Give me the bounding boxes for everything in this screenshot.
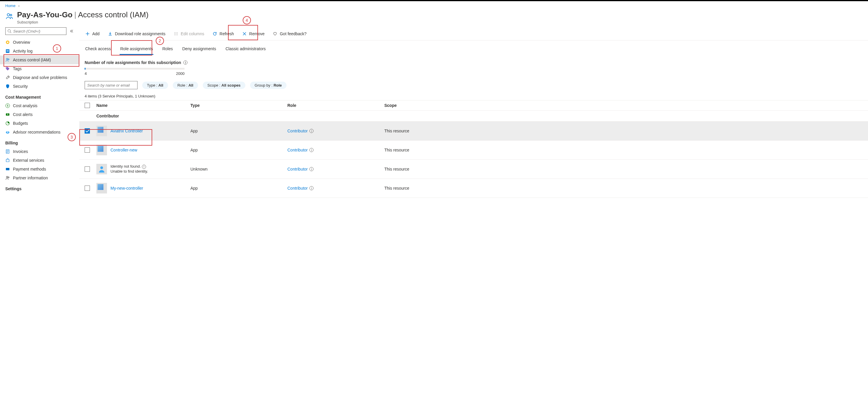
- tab-deny-assignments[interactable]: Deny assignments: [182, 45, 217, 55]
- wrench-icon: [5, 75, 10, 80]
- log-icon: [5, 49, 10, 54]
- sidebar-item-security[interactable]: Security: [0, 82, 79, 91]
- svg-point-10: [6, 68, 7, 68]
- filter-type[interactable]: Type : All: [142, 81, 168, 89]
- svg-text:$: $: [7, 113, 8, 115]
- info-icon[interactable]: i: [309, 148, 313, 152]
- sidebar-item-advisor[interactable]: Advisor recommendations: [0, 128, 79, 137]
- row-name-link[interactable]: Controller-new: [111, 148, 137, 152]
- info-icon[interactable]: i: [142, 165, 146, 169]
- app-icon: [96, 145, 107, 155]
- page-title: Pay-As-You-Go: [17, 10, 72, 20]
- svg-point-4: [7, 42, 8, 43]
- row-checkbox[interactable]: [85, 167, 90, 172]
- breadcrumb-home[interactable]: Home: [5, 3, 16, 8]
- row-role-link[interactable]: Contributori: [287, 148, 384, 152]
- row-name-link[interactable]: My-new-controller: [111, 186, 143, 191]
- info-icon[interactable]: i: [309, 186, 313, 190]
- select-all-checkbox[interactable]: [85, 103, 90, 108]
- filter-search-input[interactable]: [85, 81, 137, 89]
- row-type: App: [190, 186, 287, 191]
- tab-roles[interactable]: Roles: [162, 45, 174, 55]
- sidebar-item-diagnose[interactable]: Diagnose and solve problems: [0, 73, 79, 82]
- group-header: Contributor: [79, 111, 868, 121]
- app-icon: [96, 183, 107, 194]
- add-button[interactable]: Add: [85, 30, 100, 37]
- sidebar-section-billing: Billing: [0, 137, 79, 147]
- sidebar-search-input[interactable]: [11, 29, 64, 33]
- sidebar-item-label: Diagnose and solve problems: [13, 75, 67, 80]
- sidebar-item-tags[interactable]: Tags: [0, 64, 79, 73]
- row-type: App: [190, 148, 287, 152]
- row-checkbox[interactable]: [85, 128, 90, 134]
- sidebar-item-partner-info[interactable]: Partner information: [0, 173, 79, 182]
- table-row[interactable]: Aviatrix Controller App Contributori Thi…: [79, 121, 868, 140]
- col-scope[interactable]: Scope: [384, 103, 863, 108]
- tab-classic-admins[interactable]: Classic administrators: [225, 45, 266, 55]
- row-checkbox[interactable]: [85, 147, 90, 153]
- svg-point-2: [8, 30, 10, 32]
- sidebar-item-label: Advisor recommendations: [13, 130, 61, 134]
- svg-point-22: [8, 177, 9, 178]
- svg-rect-7: [6, 51, 9, 52]
- table-row[interactable]: My-new-controller App Contributori This …: [79, 178, 868, 198]
- sidebar-item-access-control[interactable]: Access control (IAM): [0, 56, 79, 64]
- row-role-link[interactable]: Contributori: [287, 186, 384, 191]
- card-icon: [5, 167, 10, 171]
- tab-role-assignments[interactable]: Role assignments: [120, 45, 153, 55]
- sidebar-item-external-services[interactable]: External services: [0, 156, 79, 165]
- tab-check-access[interactable]: Check access: [85, 45, 112, 55]
- svg-rect-6: [6, 50, 9, 51]
- col-name[interactable]: Name: [96, 103, 190, 108]
- sidebar-item-label: Cost alerts: [13, 112, 33, 117]
- refresh-button[interactable]: Refresh: [212, 30, 235, 37]
- filter-groupby[interactable]: Group by : Role: [250, 81, 286, 89]
- svg-point-1: [10, 14, 12, 16]
- add-button-label: Add: [92, 31, 100, 36]
- user-icon: [96, 164, 107, 174]
- tag-icon: [5, 66, 10, 71]
- app-icon: [96, 126, 107, 136]
- sidebar-item-overview[interactable]: Overview: [0, 38, 79, 47]
- sidebar-item-label: Overview: [13, 40, 30, 45]
- page-subtitle: Access control (IAM): [78, 10, 149, 20]
- sidebar-item-cost-analysis[interactable]: $ Cost analysis: [0, 101, 79, 110]
- filter-role[interactable]: Role : All: [173, 81, 198, 89]
- sidebar-item-label: Invoices: [13, 149, 28, 154]
- row-name-text: Identity not found. i Unable to find ide…: [111, 164, 148, 174]
- remove-button[interactable]: Remove: [242, 30, 265, 37]
- svg-rect-20: [6, 169, 9, 169]
- remove-button-label: Remove: [249, 31, 265, 36]
- table-row[interactable]: Identity not found. i Unable to find ide…: [79, 160, 868, 178]
- sidebar-item-activity-log[interactable]: Activity log: [0, 47, 79, 56]
- row-name-link[interactable]: Aviatrix Controller: [111, 129, 143, 133]
- svg-point-21: [6, 176, 8, 178]
- info-icon[interactable]: i: [183, 61, 187, 65]
- svg-point-23: [100, 167, 103, 169]
- sidebar-section-cost: Cost Management: [0, 91, 79, 101]
- col-role[interactable]: Role: [287, 103, 384, 108]
- row-scope: This resource: [384, 186, 863, 191]
- main-panel: Add Download role assignments Edit colum…: [79, 27, 868, 199]
- filter-scope[interactable]: Scope : All scopes: [203, 81, 245, 89]
- tabs: Check access Role assignments Roles Deny…: [79, 40, 868, 55]
- feedback-button[interactable]: Got feedback?: [272, 30, 307, 37]
- sidebar-item-payment-methods[interactable]: Payment methods: [0, 165, 79, 173]
- sidebar-item-label: Partner information: [13, 176, 48, 180]
- people-icon: [5, 58, 10, 62]
- info-icon[interactable]: i: [309, 167, 313, 171]
- row-checkbox[interactable]: [85, 185, 90, 191]
- download-button[interactable]: Download role assignments: [107, 30, 166, 37]
- table-row[interactable]: Controller-new App Contributori This res…: [79, 140, 868, 160]
- row-role-link[interactable]: Contributori: [287, 129, 384, 133]
- sidebar-item-budgets[interactable]: Budgets: [0, 119, 79, 128]
- collapse-sidebar-button[interactable]: [69, 29, 74, 34]
- col-type[interactable]: Type: [190, 103, 287, 108]
- sidebar-item-invoices[interactable]: Invoices: [0, 147, 79, 156]
- sidebar-search[interactable]: [5, 27, 66, 35]
- row-role-link[interactable]: Contributori: [287, 167, 384, 171]
- people-icon: [5, 12, 13, 20]
- info-icon[interactable]: i: [309, 129, 313, 133]
- sidebar-item-cost-alerts[interactable]: $ Cost alerts: [0, 110, 79, 119]
- feedback-button-label: Got feedback?: [280, 31, 307, 36]
